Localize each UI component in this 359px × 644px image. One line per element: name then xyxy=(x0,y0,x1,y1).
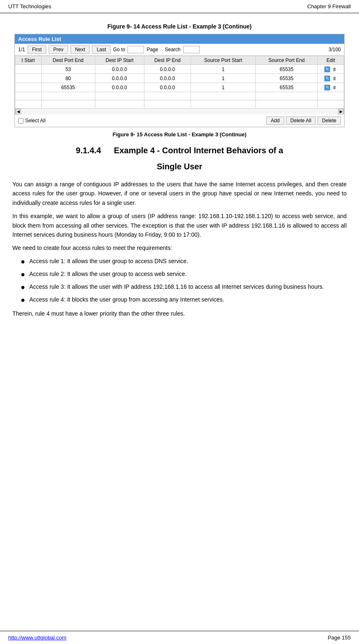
arl-scrollbar[interactable]: ◀ ▶ xyxy=(15,109,344,114)
row-2-edit: ✎🗑 xyxy=(318,83,344,92)
search-input[interactable] xyxy=(183,46,200,53)
header-left: UTT Technologies xyxy=(8,3,51,10)
list-item-2: ● Access rule 2: It allows the user grou… xyxy=(21,270,347,280)
col-header-1: Dest Port End xyxy=(41,56,95,65)
section-title-line1: Example 4 - Control Internet Behaviors o… xyxy=(114,146,283,155)
row-4-col-1 xyxy=(41,100,95,109)
arl-header-label: Access Rule List xyxy=(15,34,344,44)
row-1-col-4: 1 xyxy=(191,74,255,83)
row-1-col-5: 65535 xyxy=(255,74,318,83)
bullet-text-1: Access rule 1: It allows the user group … xyxy=(29,257,188,266)
page-footer: http://www.uttglobal.com Page 155 xyxy=(0,631,359,644)
row-0-edit: ✎🗑 xyxy=(318,65,344,74)
next-button[interactable]: Next xyxy=(71,45,90,54)
page-count: 3/100 xyxy=(328,47,341,52)
col-header-2: Dest IP Start xyxy=(95,56,144,65)
select-all-text: Select All xyxy=(25,118,45,124)
row-1-col-0 xyxy=(15,74,42,83)
access-rule-table: t Start Dest Port End Dest IP Start Dest… xyxy=(15,56,344,109)
bullet-dot-3: ● xyxy=(21,282,25,293)
row-4-col-5 xyxy=(255,100,318,109)
paragraph-1: You can assign a range of contiguous IP … xyxy=(12,180,347,207)
page-label: Page xyxy=(146,47,158,52)
row-2-col-1: 65535 xyxy=(41,83,95,92)
select-all-checkbox[interactable] xyxy=(18,118,24,124)
first-button[interactable]: First xyxy=(28,45,46,54)
row-2-col-5: 65535 xyxy=(255,83,318,92)
footer-button-group: Add Delete All Delete xyxy=(266,116,341,125)
row-2-col-0 xyxy=(15,83,42,92)
row-3-col-0 xyxy=(15,92,42,100)
row-2-col-4: 1 xyxy=(191,83,255,92)
page-number: Page 155 xyxy=(328,634,351,641)
row-3-col-1 xyxy=(41,92,95,100)
list-item-4: ● Access rule 4: It blocks the user grou… xyxy=(21,295,347,306)
row-1-col-3: 0.0.0.0 xyxy=(144,74,191,83)
delete-all-button[interactable]: Delete All xyxy=(286,116,316,125)
delete-button[interactable]: Delete xyxy=(317,116,341,125)
bullet-dot-2: ● xyxy=(21,269,25,280)
col-header-4: Source Port Start xyxy=(191,56,255,65)
row-0-col-2: 0.0.0.0 xyxy=(95,65,144,74)
row-4-col-4 xyxy=(191,100,255,109)
page-position: 1/1 xyxy=(18,47,25,52)
footer-link[interactable]: http://www.uttglobal.com xyxy=(8,634,66,641)
section-title-line2: Single User xyxy=(12,162,347,171)
row-2-col-2: 0.0.0.0 xyxy=(95,83,144,92)
row-1-col-2: 0.0.0.0 xyxy=(95,74,144,83)
paragraph-3: We need to create four access rules to m… xyxy=(12,243,347,252)
delete-row-icon[interactable]: 🗑 xyxy=(332,76,338,81)
section-number: 9.1.4.4 xyxy=(76,146,101,155)
row-2-col-3: 0.0.0.0 xyxy=(144,83,191,92)
bullet-text-2: Access rule 2: It allows the user group … xyxy=(29,270,187,278)
row-3-col-5 xyxy=(255,92,318,100)
bullet-text-3: Access rule 3: It allows the user with I… xyxy=(29,283,324,291)
figure15-caption: Figure 9- 15 Access Rule List - Example … xyxy=(12,131,347,138)
delete-row-icon[interactable]: 🗑 xyxy=(332,67,338,72)
section-heading: 9.1.4.4 Example 4 - Control Internet Beh… xyxy=(12,146,347,155)
access-rule-list-panel: Access Rule List 1/1 First Prev Next Las… xyxy=(14,34,345,127)
row-0-col-3: 0.0.0.0 xyxy=(144,65,191,74)
goto-input[interactable] xyxy=(128,46,144,53)
col-header-3: Dest IP End xyxy=(144,56,191,65)
row-1-edit: ✎🗑 xyxy=(318,74,344,83)
row-3-edit xyxy=(318,92,344,100)
row-1-col-1: 80 xyxy=(41,74,95,83)
scrollbar-left-arrow[interactable]: ◀ xyxy=(15,109,21,114)
add-button[interactable]: Add xyxy=(266,116,284,125)
row-3-col-3 xyxy=(144,92,191,100)
row-0-col-0 xyxy=(15,65,42,74)
row-3-col-4 xyxy=(191,92,255,100)
search-label: Search xyxy=(165,47,180,52)
row-4-col-3 xyxy=(144,100,191,109)
last-button[interactable]: Last xyxy=(92,45,111,54)
row-4-col-0 xyxy=(15,100,42,109)
list-item-1: ● Access rule 1: It allows the user grou… xyxy=(21,257,347,267)
bullet-dot-1: ● xyxy=(21,256,25,267)
col-header-edit: Edit xyxy=(318,56,344,65)
row-3-col-2 xyxy=(95,92,144,100)
delete-row-icon[interactable]: 🗑 xyxy=(332,85,338,90)
figure14-title: Figure 9- 14 Access Rule List - Example … xyxy=(12,23,347,30)
row-0-col-5: 65535 xyxy=(255,65,318,74)
bullet-dot-4: ● xyxy=(21,295,25,306)
scrollbar-right-arrow[interactable]: ▶ xyxy=(338,109,344,114)
bullet-text-4: Access rule 4: It blocks the user group … xyxy=(29,295,224,304)
edit-icon[interactable]: ✎ xyxy=(324,85,330,90)
col-header-5: Source Port End xyxy=(255,56,318,65)
select-all-label: Select All xyxy=(18,118,45,124)
final-paragraph: Therein, rule 4 must have a lower priori… xyxy=(12,309,347,318)
prev-button[interactable]: Prev xyxy=(49,45,68,54)
list-item-3: ● Access rule 3: It allows the user with… xyxy=(21,283,347,293)
goto-label: Go to xyxy=(113,47,125,52)
row-0-col-4: 1 xyxy=(191,65,255,74)
edit-icon[interactable]: ✎ xyxy=(324,67,330,72)
edit-icon[interactable]: ✎ xyxy=(324,76,330,81)
row-4-col-2 xyxy=(95,100,144,109)
bullet-list: ● Access rule 1: It allows the user grou… xyxy=(21,257,347,306)
arl-footer-bar: Select All Add Delete All Delete xyxy=(15,114,344,127)
arl-pagination-bar: 1/1 First Prev Next Last Go to Page Sear… xyxy=(15,44,344,56)
row-0-col-1: 53 xyxy=(41,65,95,74)
col-header-0: t Start xyxy=(15,56,42,65)
header-right: Chapter 9 Firewall xyxy=(307,3,351,10)
